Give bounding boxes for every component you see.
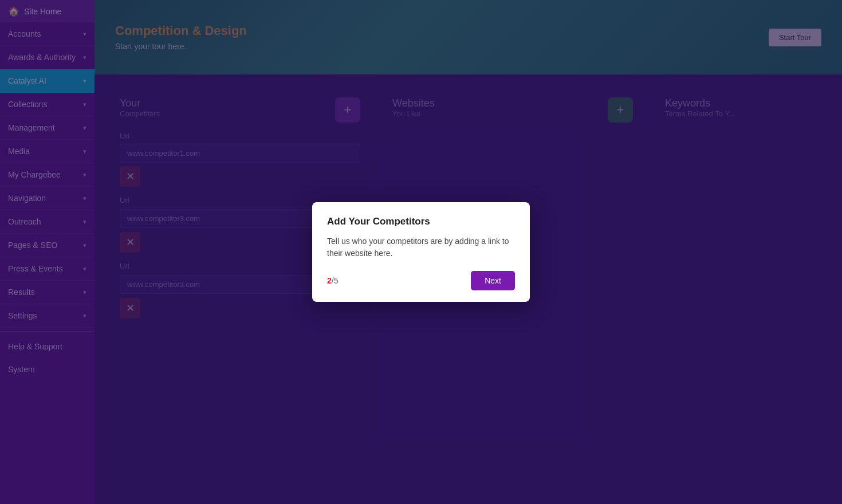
modal-progress: 2/5 <box>327 276 338 285</box>
modal-body: Tell us who your competitors are by addi… <box>327 235 515 259</box>
modal-title: Add Your Competitors <box>327 216 515 227</box>
modal-footer: 2/5 Next <box>327 271 515 290</box>
add-competitors-modal: Add Your Competitors Tell us who your co… <box>312 202 530 302</box>
progress-current: 2 <box>327 276 332 285</box>
next-button[interactable]: Next <box>471 271 515 290</box>
progress-total: 5 <box>334 276 339 285</box>
modal-overlay: Add Your Competitors Tell us who your co… <box>95 0 842 504</box>
main-content: Competition & Design Start your tour her… <box>95 0 842 504</box>
